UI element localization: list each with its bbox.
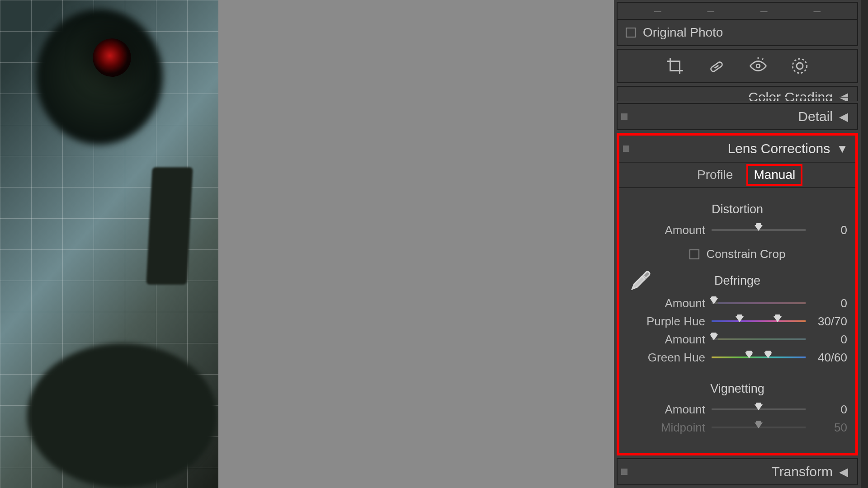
panel-title: Color Grading <box>748 89 833 101</box>
vignetting-midpoint-row: Midpoint 50 <box>627 418 847 436</box>
slider-label: Amount <box>627 296 705 310</box>
panel-title: Detail <box>798 109 833 124</box>
collapse-icon <box>836 142 848 156</box>
defringe-purple-amount-row: Amount 0 <box>627 294 847 312</box>
image-blob <box>36 9 163 145</box>
canvas-background <box>218 0 614 488</box>
lens-header[interactable]: Lens Corrections <box>619 136 855 163</box>
slider-value[interactable]: 0 <box>812 296 847 310</box>
defringe-green-hue-slider[interactable] <box>712 353 806 361</box>
collapse-icon <box>839 90 848 101</box>
radial-icon[interactable] <box>790 56 809 75</box>
panel-lens-corrections: Lens Corrections Profile Manual Distorti… <box>617 133 858 455</box>
redeye-icon[interactable] <box>749 56 768 75</box>
slider-value: 50 <box>812 421 847 435</box>
distortion-amount-row: Amount 0 <box>627 221 847 239</box>
slider-label: Midpoint <box>627 421 705 435</box>
dash: – <box>760 4 768 18</box>
constrain-crop-label: Constrain Crop <box>707 247 786 261</box>
vignetting-amount-slider[interactable] <box>712 405 806 413</box>
original-photo-row[interactable]: Original Photo <box>617 20 858 46</box>
defringe-green-amount-row: Amount 0 <box>627 330 847 348</box>
slider-label: Amount <box>627 223 705 237</box>
constrain-crop-checkbox[interactable] <box>689 249 699 259</box>
slider-value[interactable]: 0 <box>812 403 847 417</box>
original-photo-checkbox[interactable] <box>626 28 636 38</box>
tab-manual[interactable]: Manual <box>746 164 802 186</box>
slider-label: Purple Hue <box>627 314 705 328</box>
svg-line-1 <box>715 66 719 68</box>
svg-point-2 <box>756 64 760 68</box>
defringe-purple-hue-slider[interactable] <box>712 317 806 325</box>
vignetting-midpoint-slider <box>712 423 806 432</box>
collapse-icon <box>839 110 848 124</box>
panel-toggle[interactable] <box>621 469 627 475</box>
image-blob <box>27 343 217 488</box>
image-canvas[interactable] <box>0 0 218 488</box>
vignetting-amount-row: Amount 0 <box>627 400 847 418</box>
slider-value[interactable]: 0 <box>812 223 847 237</box>
heal-icon[interactable] <box>707 56 726 75</box>
defringe-green-amount-slider[interactable] <box>712 335 806 343</box>
svg-point-5 <box>793 59 807 73</box>
distortion-amount-slider[interactable] <box>712 226 806 234</box>
dash: – <box>654 4 661 18</box>
original-photo-label: Original Photo <box>643 25 723 40</box>
section-vignetting: Vignetting <box>627 382 847 396</box>
panel-title: Lens Corrections <box>727 141 830 156</box>
panel-toggle[interactable] <box>621 113 627 120</box>
develop-sidebar: – – – – Original Photo <box>614 0 868 488</box>
lens-tabs: Profile Manual <box>619 163 855 188</box>
panel-color-grading[interactable]: Color Grading <box>617 86 858 101</box>
collapse-icon <box>839 465 848 479</box>
image-eye <box>93 38 131 77</box>
slider-label: Amount <box>627 333 705 347</box>
slider-label: Green Hue <box>627 351 705 365</box>
panel-transform[interactable]: Transform <box>617 458 858 485</box>
crop-icon[interactable] <box>665 56 684 75</box>
slider-value[interactable]: 40/60 <box>812 351 847 365</box>
slider-label: Amount <box>627 403 705 417</box>
defringe-purple-hue-row: Purple Hue 30/70 <box>627 312 847 330</box>
eyedropper-icon[interactable] <box>629 268 653 292</box>
panel-toggle[interactable] <box>623 145 629 152</box>
dash: – <box>707 4 714 18</box>
slider-value[interactable]: 0 <box>812 333 847 347</box>
tab-profile[interactable]: Profile <box>692 166 738 184</box>
toolstrip <box>617 49 858 83</box>
defringe-green-hue-row: Green Hue 40/60 <box>627 348 847 366</box>
section-distortion: Distortion <box>627 202 847 216</box>
lens-body: Distortion Amount 0 Constrain Crop <box>619 188 855 453</box>
dash: – <box>813 4 821 18</box>
svg-line-4 <box>762 58 764 60</box>
svg-point-6 <box>797 63 803 69</box>
constrain-crop-row[interactable]: Constrain Crop <box>627 247 847 261</box>
histogram-placeholder: – – – – <box>617 2 858 20</box>
panel-detail[interactable]: Detail <box>617 103 858 130</box>
panel-title: Transform <box>771 464 833 479</box>
defringe-purple-amount-slider[interactable] <box>712 299 806 307</box>
image-blob <box>146 167 193 285</box>
section-defringe: Defringe <box>627 274 847 288</box>
slider-value[interactable]: 30/70 <box>812 314 847 328</box>
